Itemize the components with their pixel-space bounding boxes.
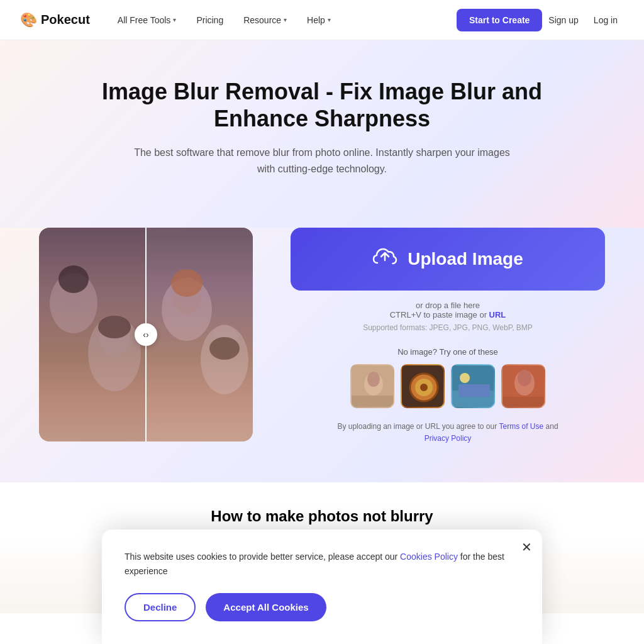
main-content: ‹ › Upload Image or drop a file here — [0, 228, 644, 482]
terms-of-use-link[interactable]: Terms of Use — [499, 422, 544, 431]
logo-icon: 🎨 — [20, 12, 37, 28]
svg-point-14 — [367, 372, 380, 387]
sample-images — [291, 364, 605, 408]
cookie-banner: ✕ This website uses cookies to provide b… — [102, 530, 542, 613]
svg-rect-27 — [502, 397, 545, 408]
chevron-down-icon: ▾ — [328, 16, 331, 23]
hero-title: Image Blur Removal - Fix Image Blur and … — [70, 78, 574, 132]
upload-label: Upload Image — [408, 249, 523, 269]
nav-resource-label: Resource — [243, 15, 281, 25]
upload-button[interactable]: Upload Image — [291, 228, 605, 291]
nav-help-label: Help — [307, 15, 325, 25]
drop-hint: or drop a file here CTRL+V to paste imag… — [291, 301, 605, 319]
url-link[interactable]: URL — [489, 310, 506, 319]
brand-name: Pokecut — [41, 13, 90, 27]
svg-rect-15 — [352, 396, 394, 408]
nav-all-free-tools-label: All Free Tools — [118, 15, 171, 25]
upload-area: Upload Image or drop a file here CTRL+V … — [291, 228, 605, 445]
cookie-close-button[interactable]: ✕ — [521, 540, 532, 555]
nav-pricing[interactable]: Pricing — [189, 10, 231, 30]
demo-image: ‹ › — [39, 228, 253, 441]
nav-help[interactable]: Help ▾ — [299, 10, 338, 30]
terms-text: By uploading an image or URL you agree t… — [291, 421, 605, 445]
svg-point-26 — [518, 370, 531, 386]
svg-point-10 — [171, 269, 203, 297]
login-button[interactable]: Log in — [587, 10, 624, 30]
accept-cookies-button[interactable]: Accept All Cookies — [206, 593, 326, 613]
svg-point-19 — [420, 384, 428, 391]
navigation: 🎨 Pokecut All Free Tools ▾ Pricing Resou… — [0, 0, 644, 40]
svg-point-11 — [209, 337, 240, 360]
chevron-down-icon: ▾ — [173, 16, 176, 23]
svg-point-9 — [98, 316, 131, 338]
how-title: How to make photos not blurry — [20, 508, 624, 525]
sample-image-3[interactable] — [451, 364, 495, 408]
auth-buttons: Sign up Log in — [542, 10, 624, 30]
sample-image-1[interactable] — [350, 364, 394, 408]
start-to-create-button[interactable]: Start to Create — [457, 9, 542, 31]
sample-title: No image? Try one of these — [291, 347, 605, 357]
hero-section: Image Blur Removal - Fix Image Blur and … — [0, 40, 644, 228]
nav-links: All Free Tools ▾ Pricing Resource ▾ Help… — [110, 10, 457, 30]
privacy-policy-link[interactable]: Privacy Policy — [425, 434, 472, 443]
sample-section: No image? Try one of these — [291, 347, 605, 408]
sample-image-4[interactable] — [501, 364, 545, 408]
svg-point-8 — [58, 265, 89, 293]
close-icon: ✕ — [521, 540, 532, 554]
upload-cloud-icon — [372, 245, 397, 273]
decline-button[interactable]: Decline — [125, 593, 196, 613]
before-after-control[interactable]: ‹ › — [135, 323, 157, 346]
sample-image-2[interactable] — [401, 364, 445, 408]
content-row: ‹ › Upload Image or drop a file here — [39, 228, 605, 445]
before-after-demo: ‹ › — [39, 228, 253, 441]
svg-rect-22 — [458, 384, 490, 397]
svg-point-23 — [460, 373, 470, 383]
cookie-message: This website uses cookies to provide bet… — [125, 550, 519, 578]
nav-all-free-tools[interactable]: All Free Tools ▾ — [110, 10, 184, 30]
nav-pricing-label: Pricing — [196, 15, 223, 25]
cookie-actions: Decline Accept All Cookies — [125, 593, 519, 613]
logo[interactable]: 🎨 Pokecut — [20, 12, 90, 28]
right-arrow-icon: › — [146, 330, 149, 340]
cookies-policy-link[interactable]: Cookies Policy — [400, 552, 458, 562]
format-info: Supported formats: JPEG, JPG, PNG, WebP,… — [291, 323, 605, 332]
hero-subtitle: The best software that remove blur from … — [133, 145, 511, 177]
nav-resource[interactable]: Resource ▾ — [236, 10, 294, 30]
signup-button[interactable]: Sign up — [542, 10, 584, 30]
chevron-down-icon: ▾ — [284, 16, 287, 23]
